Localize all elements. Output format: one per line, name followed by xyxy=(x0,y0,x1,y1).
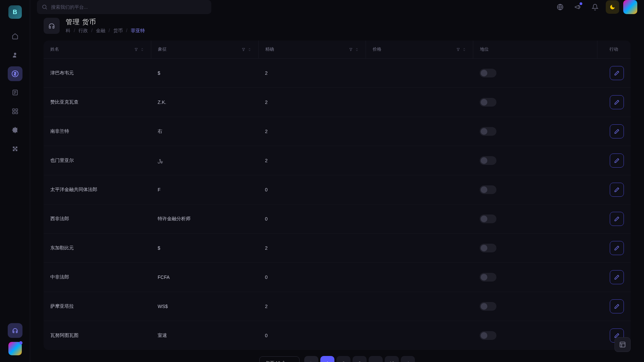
user-avatar[interactable] xyxy=(623,0,637,14)
nav-apps[interactable] xyxy=(8,104,22,119)
pencil-icon xyxy=(614,158,620,163)
user-icon xyxy=(12,52,18,58)
edit-button[interactable] xyxy=(610,299,624,313)
cell-precision: 0 xyxy=(258,263,366,292)
cell-symbol: 室速 xyxy=(151,321,258,350)
search-input[interactable] xyxy=(51,4,207,10)
status-dot xyxy=(19,341,22,345)
cell-precision: 2 xyxy=(258,88,366,117)
th-status: 地位 xyxy=(480,47,489,52)
nav-extensions[interactable] xyxy=(8,141,22,156)
theme-toggle[interactable] xyxy=(606,0,619,14)
breadcrumb-item[interactable]: 行政 xyxy=(78,28,88,34)
breadcrumb-item[interactable]: 货币 xyxy=(113,28,123,34)
sort-icon[interactable] xyxy=(248,48,252,52)
cell-price xyxy=(366,175,473,204)
table-row: 津巴布韦元$2 xyxy=(44,59,631,88)
notifications-button[interactable] xyxy=(588,0,602,14)
page-16[interactable]: 16 xyxy=(385,356,399,362)
pencil-icon xyxy=(614,245,620,251)
cell-price xyxy=(366,59,473,88)
page-3[interactable]: 3 xyxy=(353,356,367,362)
status-toggle[interactable] xyxy=(480,273,496,282)
pagination: 每页 10 个 123…16 xyxy=(44,356,631,362)
th-precision: 精确 xyxy=(265,47,274,52)
status-toggle[interactable] xyxy=(480,185,496,194)
edit-button[interactable] xyxy=(610,66,624,80)
announcements-button[interactable] xyxy=(571,0,584,14)
table-row: 也门里亚尔﷼2 xyxy=(44,146,631,175)
pencil-icon xyxy=(614,304,620,309)
edit-button[interactable] xyxy=(610,154,624,168)
page-ellipsis: … xyxy=(369,356,383,362)
search-box[interactable] xyxy=(37,0,211,14)
document-icon xyxy=(12,89,18,96)
cell-precision: 0 xyxy=(258,175,366,204)
status-toggle[interactable] xyxy=(480,331,496,340)
status-toggle[interactable] xyxy=(480,244,496,252)
per-page-label: 每页 10 个 xyxy=(266,360,286,362)
sort-icon[interactable] xyxy=(355,48,359,52)
cell-precision: 2 xyxy=(258,146,366,175)
filter-icon[interactable] xyxy=(349,48,353,52)
filter-icon[interactable] xyxy=(134,48,138,52)
per-page-select[interactable]: 每页 10 个 xyxy=(259,356,300,362)
cell-symbol: F xyxy=(151,175,258,204)
status-toggle[interactable] xyxy=(480,156,496,165)
page-prev[interactable] xyxy=(304,356,318,362)
cell-symbol: FCFA xyxy=(151,263,258,292)
nav-settings[interactable] xyxy=(8,123,22,137)
layout-icon xyxy=(619,341,626,348)
sort-icon[interactable] xyxy=(140,48,144,52)
app-logo[interactable]: B xyxy=(8,5,22,19)
status-toggle[interactable] xyxy=(480,98,496,107)
breadcrumb: 科/ 行政/ 金融/ 货币/ 菲亚特 xyxy=(66,28,145,34)
svg-rect-3 xyxy=(12,109,14,111)
cell-symbol: $ xyxy=(151,59,258,88)
nav-support[interactable] xyxy=(8,323,22,338)
cell-action xyxy=(597,234,631,263)
page-header: 管理 货币 科/ 行政/ 金融/ 货币/ 菲亚特 xyxy=(44,17,631,34)
sidebar-avatar[interactable] xyxy=(8,342,22,355)
pencil-icon xyxy=(614,129,620,134)
status-toggle[interactable] xyxy=(480,215,496,223)
pencil-icon xyxy=(614,100,620,105)
breadcrumb-item[interactable]: 金融 xyxy=(96,28,105,34)
page-next[interactable] xyxy=(401,356,415,362)
edit-button[interactable] xyxy=(610,124,624,138)
status-toggle[interactable] xyxy=(480,127,496,136)
breadcrumb-item[interactable]: 科 xyxy=(66,28,70,34)
th-price: 价格 xyxy=(373,47,381,52)
nav-finance[interactable] xyxy=(8,66,22,81)
search-icon xyxy=(42,4,48,10)
language-button[interactable] xyxy=(553,0,567,14)
nav-reports[interactable] xyxy=(8,85,22,100)
gear-icon xyxy=(12,127,18,133)
table-row: 瓦努阿图瓦图室速0 xyxy=(44,321,631,350)
table-row: 赞比亚克瓦查Z.K.2 xyxy=(44,88,631,117)
cell-name: 瓦努阿图瓦图 xyxy=(44,321,151,350)
page-2[interactable]: 2 xyxy=(336,356,351,362)
filter-icon[interactable] xyxy=(241,48,246,52)
nav-home[interactable] xyxy=(8,29,22,44)
edit-button[interactable] xyxy=(610,212,624,226)
cell-status xyxy=(473,175,597,204)
layout-toggle[interactable] xyxy=(614,337,631,352)
th-name: 姓名 xyxy=(50,47,59,52)
edit-button[interactable] xyxy=(610,270,624,284)
filter-icon[interactable] xyxy=(456,48,460,52)
cell-precision: 2 xyxy=(258,117,366,146)
status-toggle[interactable] xyxy=(480,302,496,311)
edit-button[interactable] xyxy=(610,241,624,255)
cell-name: 萨摩亚塔拉 xyxy=(44,292,151,321)
edit-button[interactable] xyxy=(610,183,624,197)
nav-users[interactable] xyxy=(8,48,22,62)
page-title: 管理 货币 xyxy=(66,17,145,26)
status-toggle[interactable] xyxy=(480,69,496,77)
page-1[interactable]: 1 xyxy=(320,356,334,362)
svg-point-7 xyxy=(43,5,46,9)
edit-button[interactable] xyxy=(610,95,624,109)
cell-name: 西非法郎 xyxy=(44,204,151,234)
sort-icon[interactable] xyxy=(462,48,466,52)
cell-price xyxy=(366,321,473,350)
